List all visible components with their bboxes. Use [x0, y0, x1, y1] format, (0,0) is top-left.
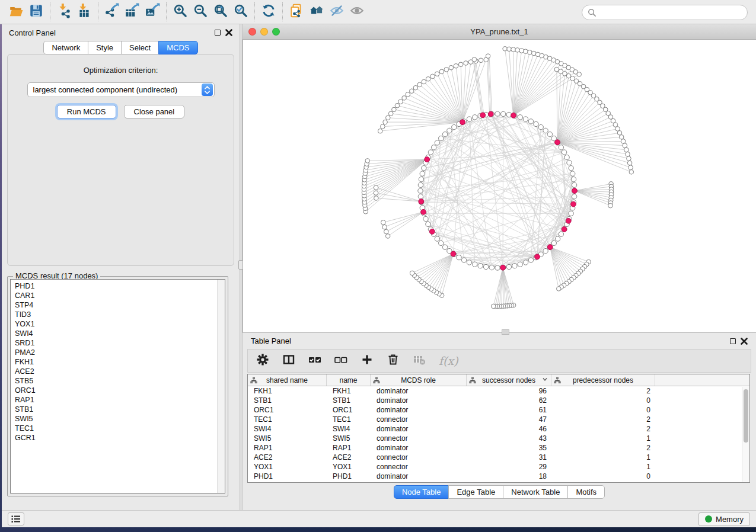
network-canvas[interactable] — [243, 40, 756, 332]
column-header-predecessor-nodes[interactable]: predecessor nodes — [551, 374, 655, 386]
export-image-button[interactable] — [142, 2, 162, 21]
refresh-button[interactable] — [259, 2, 279, 21]
tab-style[interactable]: Style — [88, 41, 122, 55]
horizontal-splitter-grip[interactable] — [502, 329, 509, 335]
tab-network[interactable]: Network — [43, 41, 88, 55]
zoom-in-button[interactable] — [170, 2, 190, 21]
table-cell: 62 — [467, 396, 551, 405]
close-panel-button[interactable]: Close panel — [124, 105, 185, 118]
split-view-button[interactable] — [282, 354, 295, 368]
tab-select[interactable]: Select — [121, 41, 159, 55]
close-window-icon[interactable] — [248, 28, 256, 36]
table-row[interactable]: RAP1RAP1dominator352 — [248, 443, 749, 453]
mcds-result-box: MCDS result (17 nodes) PHD1CAR1STP4TID3Y… — [7, 276, 228, 496]
export-network-button[interactable] — [102, 2, 122, 21]
mcds-result-item[interactable]: PHD1 — [15, 281, 225, 291]
hide-selected-button[interactable] — [327, 2, 347, 21]
table-cell: YOX1 — [248, 462, 327, 472]
mcds-result-item[interactable]: STP4 — [15, 300, 225, 310]
close-table-panel-icon[interactable] — [741, 338, 748, 345]
mcds-result-list[interactable]: PHD1CAR1STP4TID3YOX1SWI4SRD1PMA2FKH1ACE2… — [10, 279, 225, 493]
toolbar-separator — [166, 2, 167, 21]
run-mcds-button[interactable]: Run MCDS — [57, 105, 116, 118]
mcds-result-item[interactable]: SWI5 — [15, 414, 225, 424]
mcds-result-item[interactable]: RAP1 — [15, 395, 225, 405]
memory-button[interactable]: Memory — [698, 512, 750, 526]
column-header-name[interactable]: name — [327, 374, 371, 386]
table-settings-button[interactable] — [256, 354, 269, 368]
table-scrollbar[interactable] — [742, 387, 749, 482]
minimize-window-icon[interactable] — [260, 28, 268, 36]
table-row[interactable]: ORC1ORC1dominator610 — [248, 405, 749, 415]
network-titlebar[interactable]: YPA_prune.txt_1 — [243, 24, 756, 40]
table-cell: SWI5 — [327, 434, 371, 443]
search-input[interactable] — [596, 7, 747, 18]
table-row[interactable]: SWI4SWI4dominator462 — [248, 424, 749, 434]
control-panel-tabs: NetworkStyleSelectMCDS — [2, 41, 240, 55]
column-header-successor-nodes[interactable]: successor nodes — [467, 374, 551, 386]
export-table-button[interactable] — [122, 2, 142, 21]
mcds-result-item[interactable]: YOX1 — [15, 319, 225, 329]
mcds-result-item[interactable]: ORC1 — [15, 386, 225, 395]
add-column-button[interactable] — [361, 354, 374, 368]
mcds-result-item[interactable]: ACE2 — [15, 367, 225, 376]
mcds-result-item[interactable]: CAR1 — [15, 291, 225, 300]
maximize-window-icon[interactable] — [272, 28, 280, 36]
table-row[interactable]: FKH1FKH1dominator962 — [248, 386, 749, 396]
tab-network-table[interactable]: Network Table — [503, 485, 568, 499]
table-row[interactable]: STB1STB1dominator620 — [248, 396, 749, 405]
mcds-result-item[interactable]: FKH1 — [15, 357, 225, 367]
show-all-icon — [349, 3, 365, 21]
mcds-result-item[interactable]: PMA2 — [15, 348, 225, 357]
mcds-result-item[interactable]: STB5 — [15, 376, 225, 386]
mcds-result-item[interactable]: TID3 — [15, 310, 225, 319]
import-network-button[interactable] — [54, 2, 74, 21]
table-scrollbar-thumb[interactable] — [744, 389, 748, 443]
unselect-all-rows-button[interactable] — [334, 354, 347, 368]
table-row[interactable]: SWI5SWI5connector431 — [248, 434, 749, 443]
delete-column-button[interactable] — [387, 354, 400, 368]
first-neighbors-button[interactable] — [307, 2, 327, 21]
tab-node-table[interactable]: Node Table — [394, 485, 449, 499]
zoom-selected-icon — [233, 3, 248, 21]
import-table-button[interactable] — [74, 2, 94, 21]
table-cell — [655, 396, 749, 405]
criterion-select[interactable]: largest connected component (undirected) — [27, 82, 215, 97]
select-all-rows-button[interactable] — [308, 354, 321, 368]
tab-motifs[interactable]: Motifs — [567, 485, 605, 499]
table-cell: connector — [371, 453, 467, 462]
save-session-button[interactable] — [26, 2, 46, 21]
column-header-mcds-role[interactable]: MCDS role — [371, 374, 467, 386]
tab-edge-table[interactable]: Edge Table — [448, 485, 503, 499]
show-all-button[interactable] — [347, 2, 367, 21]
zoom-selected-button[interactable] — [231, 2, 251, 21]
table-cell — [655, 415, 749, 424]
open-file-button[interactable] — [6, 2, 26, 21]
task-history-button[interactable] — [8, 512, 24, 525]
zoom-out-button[interactable] — [190, 2, 210, 21]
table-row[interactable]: YOX1YOX1connector291 — [248, 462, 749, 472]
table-row[interactable]: ACE2ACE2connector311 — [248, 453, 749, 462]
export-network-icon — [104, 3, 120, 21]
float-panel-icon[interactable] — [215, 30, 221, 36]
search-box[interactable] — [582, 5, 748, 20]
mcds-result-item[interactable]: STB1 — [15, 405, 225, 414]
mcds-result-item[interactable]: TEC1 — [15, 424, 225, 433]
float-table-panel-icon[interactable] — [730, 338, 736, 344]
table-row[interactable]: TEC1TEC1connector472 — [248, 415, 749, 424]
close-panel-icon[interactable] — [225, 29, 232, 36]
zoom-fit-button[interactable] — [210, 2, 231, 21]
criterion-value: largest connected component (undirected) — [33, 85, 178, 94]
column-header-shared-name[interactable]: shared name — [248, 374, 327, 386]
mcds-result-item[interactable]: SRD1 — [15, 338, 225, 348]
table-row[interactable]: PHD1PHD1dominator180 — [248, 472, 749, 481]
mcds-result-item[interactable]: SWI4 — [15, 329, 225, 338]
new-network-from-selection-button[interactable] — [286, 2, 307, 21]
network-graph[interactable] — [243, 40, 755, 332]
zoom-out-icon — [193, 3, 208, 21]
zoom-fit-icon — [213, 3, 228, 21]
mcds-result-item[interactable]: GCR1 — [15, 433, 225, 443]
result-list-scrollbar[interactable] — [217, 280, 225, 493]
export-table-icon — [125, 3, 140, 21]
tab-mcds[interactable]: MCDS — [158, 41, 197, 55]
